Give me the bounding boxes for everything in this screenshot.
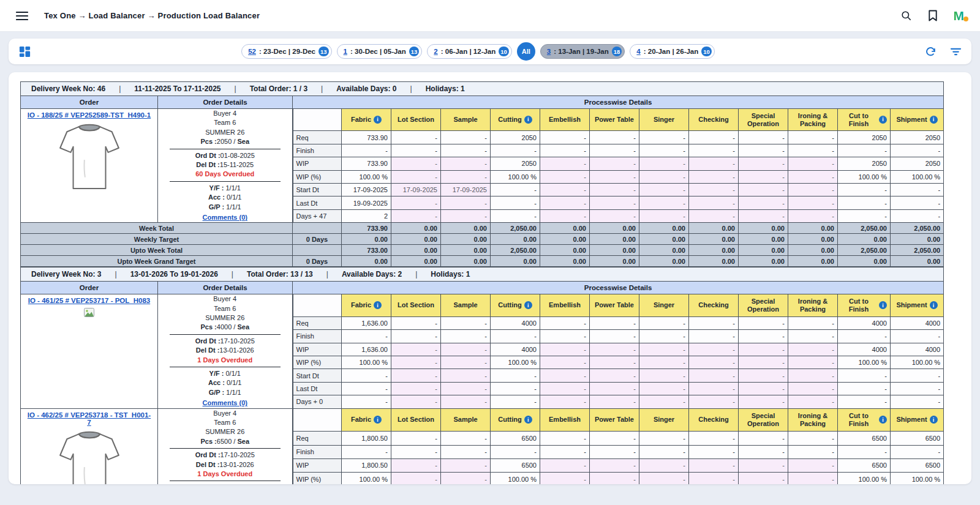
info-icon[interactable]: i xyxy=(374,116,382,124)
search-icon[interactable] xyxy=(900,10,912,21)
value-cell: - xyxy=(639,330,689,343)
column-header: Cut to Finishi xyxy=(838,109,891,131)
value-cell: 100.00 % xyxy=(838,473,891,484)
value-cell: 100.00 % xyxy=(342,170,391,183)
column-header: Singer xyxy=(639,109,689,131)
info-icon[interactable]: i xyxy=(879,301,887,309)
value-cell: - xyxy=(739,170,788,183)
info-icon[interactable]: i xyxy=(930,116,938,124)
value-cell: - xyxy=(639,356,689,368)
week-pill-1[interactable]: 1 : 30-Dec | 05-Jan13 xyxy=(337,44,423,59)
total-value: 0.00 xyxy=(441,256,491,267)
total-value: 733.00 xyxy=(342,245,391,256)
value-cell: - xyxy=(689,343,739,356)
week-pill-3[interactable]: 3 : 13-Jan | 19-Jan18 xyxy=(540,44,625,59)
value-cell: 2050 xyxy=(491,157,540,170)
info-icon[interactable]: i xyxy=(524,416,532,424)
value-cell: 6500 xyxy=(891,458,944,472)
column-header-label: Checking xyxy=(698,301,729,309)
meta-separator: | xyxy=(235,84,236,93)
week-pill-52[interactable]: 52 : 23-Dec | 29-Dec13 xyxy=(241,44,331,59)
comments-link[interactable]: Comments (0) xyxy=(161,213,289,222)
order-pcs-line: Pcs :4000 / Sea xyxy=(161,323,289,332)
value-cell: - xyxy=(491,330,540,343)
order-detail-line: SUMMER 26 xyxy=(161,313,289,323)
value-cell: 4000 xyxy=(891,343,944,356)
column-header: Fabrici xyxy=(342,408,391,432)
filter-icon[interactable] xyxy=(950,47,962,56)
app-logo[interactable]: M xyxy=(954,9,965,22)
order-ratio-line: Acc : 0/1/1 xyxy=(161,193,289,202)
value-cell: - xyxy=(788,184,838,196)
value-cell: 6500 xyxy=(838,458,891,472)
divider xyxy=(170,481,281,481)
column-header-label: Lot Section xyxy=(398,416,434,424)
order-detail-line: SUMMER 26 xyxy=(161,128,289,137)
order-link[interactable]: IO - 462/25 # VEP253718 - TST_H001- 7 xyxy=(25,411,153,426)
info-icon[interactable]: i xyxy=(930,416,938,424)
value-cell: - xyxy=(689,395,739,408)
meta-item: 13-01-2026 To 19-01-2026 xyxy=(130,270,218,279)
total-label: Upto Week Grand Target xyxy=(21,256,293,267)
total-days: 0 Days xyxy=(293,256,342,267)
value-cell: - xyxy=(491,184,540,196)
column-header: Fabrici xyxy=(342,109,391,131)
value-cell: - xyxy=(838,196,891,209)
value-cell: - xyxy=(788,170,838,183)
sections-container: Delivery Week No: 46|11-11-2025 To 17-11… xyxy=(20,81,971,484)
bookmark-icon[interactable] xyxy=(928,10,938,21)
section-table-2: Delivery Week No: 3|13-01-2026 To 19-01-… xyxy=(20,267,944,484)
value-cell: - xyxy=(540,330,590,343)
total-value: 2,050.00 xyxy=(838,245,891,256)
value-cell: - xyxy=(590,432,639,445)
total-value: 0.00 xyxy=(342,256,391,267)
column-header: Embellish xyxy=(540,408,590,432)
value-cell: - xyxy=(739,445,788,458)
week-pill-all[interactable]: All xyxy=(517,42,535,61)
info-icon[interactable]: i xyxy=(930,301,938,309)
value-cell: - xyxy=(441,343,491,356)
row-label: WIP xyxy=(293,157,342,170)
value-cell: - xyxy=(689,196,739,209)
info-icon[interactable]: i xyxy=(879,116,887,124)
divider xyxy=(170,367,281,367)
week-pill-2[interactable]: 2 : 06-Jan | 12-Jan10 xyxy=(427,44,512,59)
value-cell: - xyxy=(391,330,441,343)
value-cell: - xyxy=(391,356,441,368)
order-link[interactable]: IO - 461/25 # VEP253717 - POL_H083 xyxy=(25,297,153,304)
order-date-line: Del Dt :15-11-2025 xyxy=(161,160,289,170)
info-icon[interactable]: i xyxy=(524,116,532,124)
meta-separator: | xyxy=(326,270,328,279)
overdue-label: 1 Days Overdued xyxy=(161,356,289,365)
order-ratio-line: Acc : 0/1/1 xyxy=(161,378,289,387)
order-link[interactable]: IO - 188/25 # VEP252589-TST_H490-1 xyxy=(25,111,153,119)
value-cell: 100.00 % xyxy=(491,356,540,368)
value-cell: - xyxy=(590,170,639,183)
info-icon[interactable]: i xyxy=(374,416,382,424)
meta-separator: | xyxy=(119,84,121,93)
tshirt-drawing xyxy=(58,430,121,484)
info-icon[interactable]: i xyxy=(374,301,382,309)
column-header-label: Cutting xyxy=(498,301,521,309)
row-label: WIP (%) xyxy=(293,356,342,368)
menu-icon[interactable] xyxy=(16,11,28,21)
info-icon[interactable]: i xyxy=(524,301,532,309)
order-details-cell: Buyer 4Team 6SUMMER 26Pcs :4000 / SeaOrd… xyxy=(158,294,293,408)
value-cell: - xyxy=(788,356,838,368)
week-pill-4[interactable]: 4 : 20-Jan | 26-Jan10 xyxy=(630,44,715,59)
comments-link[interactable]: Comments (0) xyxy=(161,398,289,408)
row-label: Finish xyxy=(293,144,342,157)
value-cell: - xyxy=(391,473,441,484)
info-icon[interactable]: i xyxy=(879,416,887,424)
value-cell: 6500 xyxy=(891,432,944,445)
value-cell: - xyxy=(540,196,590,209)
dashboard-grid-icon[interactable] xyxy=(18,45,31,58)
value-cell: 100.00 % xyxy=(342,473,391,484)
value-cell: - xyxy=(342,144,391,157)
value-cell: - xyxy=(689,157,739,170)
meta-item: Delivery Week No: 46 xyxy=(31,84,105,93)
value-cell: - xyxy=(491,209,540,222)
refresh-icon[interactable] xyxy=(925,46,937,58)
column-header-label: Cut to Finish xyxy=(841,112,876,128)
value-cell: - xyxy=(590,157,639,170)
